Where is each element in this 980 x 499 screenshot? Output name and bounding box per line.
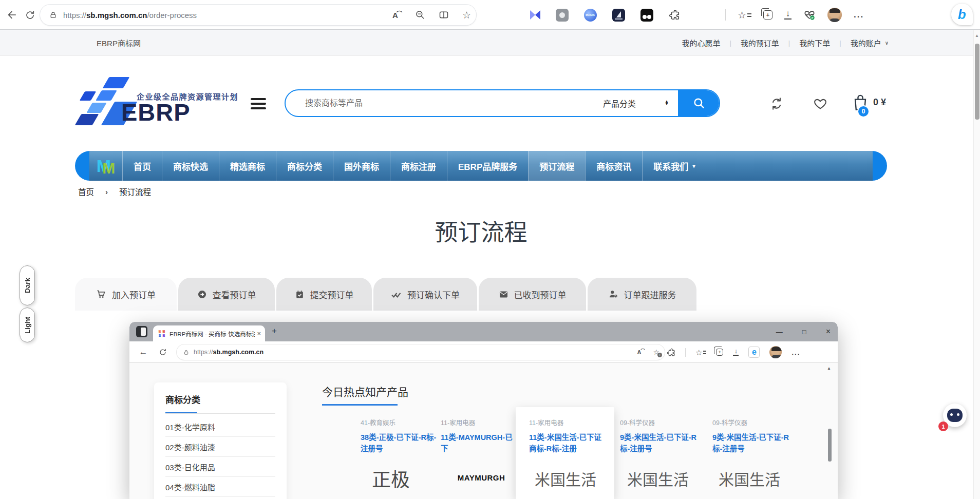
extensions-puzzle-icon bbox=[667, 348, 675, 357]
breadcrumb-home[interactable]: 首页 bbox=[78, 186, 94, 197]
nav-item-brand-services[interactable]: EBRP品牌服务 bbox=[447, 151, 528, 181]
tab-order-followup[interactable]: 订单跟进服务 bbox=[588, 278, 696, 311]
tab-booking-confirm[interactable]: 预订确认下单 bbox=[373, 278, 477, 311]
nav-item-quick-pick[interactable]: 商标快选 bbox=[162, 151, 219, 181]
wishlist-heart-icon[interactable] bbox=[812, 95, 829, 112]
search-button[interactable] bbox=[678, 89, 720, 117]
wishlist-link[interactable]: 我的心愿单 bbox=[682, 37, 720, 48]
nav-item-news[interactable]: 商标资讯 bbox=[585, 151, 642, 181]
product-item: 11-家用电器 11类-米国生活-已下证商标-R标-注册 bbox=[529, 417, 610, 455]
light-mode-toggle[interactable]: Light bbox=[20, 308, 35, 342]
embedded-toolbar-icons: ☆ + ↓ e ... bbox=[667, 346, 800, 359]
magic-extension-icon[interactable]: MAGIC bbox=[584, 9, 597, 22]
scrollbar-thumb[interactable] bbox=[975, 44, 979, 120]
product-category: 09-科学仪器 bbox=[620, 417, 701, 427]
zoom-out-icon[interactable] bbox=[415, 10, 425, 20]
embedded-back-icon: ← bbox=[137, 346, 150, 359]
my-orders-link[interactable]: 我的下单 bbox=[799, 37, 830, 48]
hot-products-underline bbox=[322, 404, 398, 406]
favorites-bar-icon[interactable]: ☆ bbox=[738, 10, 751, 20]
favorite-star-icon[interactable]: ☆ bbox=[462, 10, 471, 20]
site-brand[interactable]: EBRP商标网 bbox=[78, 37, 159, 48]
product-brand: 米国生活 bbox=[709, 467, 790, 490]
scroll-up-icon[interactable]: ▲ bbox=[975, 33, 979, 38]
favicon: EBSB bbox=[158, 330, 166, 338]
logo-text[interactable]: EBRP bbox=[121, 98, 191, 126]
close-icon: × bbox=[826, 327, 831, 336]
product-item: 41-教育娱乐 38类-正极-已下证-R标-注册号 bbox=[361, 417, 442, 455]
double-check-icon bbox=[391, 289, 402, 300]
window-controls: — □ × bbox=[776, 322, 831, 341]
product-brand: 米国生活 bbox=[617, 467, 699, 490]
toolbar-divider bbox=[725, 9, 726, 21]
ie-mode-icon: e bbox=[748, 347, 760, 358]
tab-view-booking[interactable]: 查看预订单 bbox=[178, 278, 275, 311]
category-item: 03类-日化用品 bbox=[165, 457, 275, 477]
cart-button[interactable]: 0 ¥ 0 bbox=[852, 93, 898, 119]
browser-essentials-icon[interactable] bbox=[803, 9, 816, 21]
cart-count-badge: 0 bbox=[857, 105, 870, 118]
breadcrumb-separator-icon: › bbox=[105, 187, 108, 196]
tab-booking-received[interactable]: 已收到预订单 bbox=[479, 278, 586, 311]
bing-chat-icon[interactable]: b bbox=[951, 4, 973, 25]
process-tabs: 加入预订单 查看预订单 提交预订单 预订确认下单 已收到预订单 订单跟进服务 bbox=[75, 278, 696, 311]
nav-item-contact[interactable]: 联系我们▾ bbox=[642, 151, 706, 181]
tab-actions-icon bbox=[136, 326, 147, 337]
robot-face-icon bbox=[947, 409, 963, 422]
embedded-browser-screenshot: EBSB EBRP商标网 - 买商标-快选商标注 × + — □ × ← htt… bbox=[129, 322, 838, 499]
embedded-browser-tab: EBSB EBRP商标网 - 买商标-快选商标注 × bbox=[153, 325, 265, 341]
product-category: 09-科学仪器 bbox=[712, 417, 794, 427]
scroll-up-icon: ▲ bbox=[827, 366, 831, 371]
product-name: 11类-MAYMURGH-已下 bbox=[441, 432, 519, 455]
product-category: 11-家用电器 bbox=[529, 417, 610, 427]
nav-item-featured[interactable]: 精选商标 bbox=[219, 151, 276, 181]
address-bar[interactable]: https://sb.mgsh.com.cn/order-process A⌒ … bbox=[40, 5, 476, 25]
my-account-link[interactable]: 我的账户 bbox=[851, 37, 881, 48]
nav-item-home[interactable]: 首页 bbox=[122, 151, 162, 181]
link-divider: | bbox=[788, 39, 790, 47]
select-arrows-icon: ▲▼ bbox=[665, 101, 669, 106]
tab-submit-booking[interactable]: 提交预订单 bbox=[276, 278, 372, 311]
collections-icon[interactable]: + bbox=[763, 10, 772, 20]
refresh-icon[interactable] bbox=[21, 6, 39, 24]
read-aloud-icon[interactable]: A⌒ bbox=[392, 11, 402, 20]
browser-toolbar: https://sb.mgsh.com.cn/order-process A⌒ … bbox=[0, 0, 980, 30]
nav-item-categories[interactable]: 商标分类 bbox=[276, 151, 333, 181]
url-path: /order-process bbox=[147, 11, 197, 20]
eyes-extension-icon[interactable] bbox=[640, 9, 653, 22]
search-icon bbox=[692, 97, 706, 110]
utility-bar: EBRP商标网 我的心愿单 | 我的预订单 | 我的下单 | 我的账户 ∨ bbox=[0, 30, 973, 56]
m-extension-icon[interactable] bbox=[530, 10, 540, 20]
hot-products-title: 今日热点知产产品 bbox=[322, 383, 408, 399]
profile-avatar[interactable] bbox=[827, 8, 842, 22]
dark-mode-toggle[interactable]: Dark bbox=[20, 265, 35, 305]
category-select[interactable]: 产品分类 ▲▼ bbox=[603, 97, 678, 109]
account-caret-icon: ∨ bbox=[885, 40, 889, 46]
tab-add-to-booking[interactable]: 加入预订单 bbox=[75, 278, 177, 311]
nav-item-foreign[interactable]: 国外商标 bbox=[333, 151, 390, 181]
nav-logo-icon[interactable]: MM bbox=[89, 151, 122, 181]
product-name: 9类-米国生活-已下证-R标-注册号 bbox=[620, 432, 698, 455]
nav-item-registration[interactable]: 商标注册 bbox=[390, 151, 447, 181]
camera-extension-icon[interactable] bbox=[556, 9, 569, 22]
product-item: 09-科学仪器 9类-米国生活-已下证-R标-注册号 bbox=[712, 417, 794, 455]
back-icon[interactable] bbox=[2, 6, 21, 24]
downloads-icon[interactable]: ↓ bbox=[784, 10, 791, 20]
my-bookings-link[interactable]: 我的预订单 bbox=[741, 37, 779, 48]
page-scrollbar[interactable]: ▲ bbox=[973, 30, 980, 499]
compare-icon[interactable] bbox=[768, 95, 785, 112]
product-name: 38类-正极-已下证-R标-注册号 bbox=[361, 432, 439, 455]
embedded-refresh-icon bbox=[156, 346, 169, 359]
search-input[interactable] bbox=[286, 99, 603, 108]
split-screen-icon[interactable] bbox=[439, 10, 449, 20]
product-name: 9类-米国生活-已下证-R标-注册号 bbox=[712, 432, 790, 455]
url-text[interactable]: https://sb.mgsh.com.cn/order-process bbox=[63, 11, 197, 20]
settings-more-icon[interactable]: ... bbox=[854, 10, 864, 20]
toolbar-buttons: ☆ + ↓ ... bbox=[725, 6, 864, 24]
extensions-puzzle-icon[interactable] bbox=[669, 9, 680, 21]
nav-item-order-process[interactable]: 预订流程 bbox=[528, 151, 585, 181]
product-name: 11类-米国生活-已下证商标-R标-注册 bbox=[529, 432, 607, 455]
product-item: 09-科学仪器 9类-米国生活-已下证-R标-注册号 bbox=[620, 417, 701, 455]
sailboat-extension-icon[interactable] bbox=[612, 9, 625, 22]
hamburger-menu-icon[interactable] bbox=[251, 98, 266, 109]
